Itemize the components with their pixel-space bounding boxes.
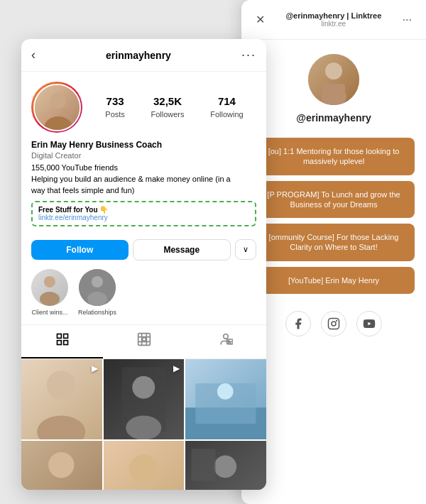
ig-tab-bar — [21, 324, 266, 359]
ig-posts-label: Posts — [105, 110, 125, 119]
svg-rect-3 — [322, 84, 345, 98]
svg-point-13 — [40, 292, 60, 306]
svg-point-1 — [325, 62, 342, 80]
ig-profile-username: erinmayhenry — [106, 50, 171, 61]
grid-tab[interactable] — [21, 325, 103, 358]
svg-point-6 — [336, 320, 337, 322]
grid-item-4[interactable]: assert yourself, how you can talk about … — [21, 441, 102, 490]
linktree-close-button[interactable]: ✕ — [253, 10, 268, 29]
ig-profile-section: 733 Posts 32,5K Followers 714 Following — [21, 72, 266, 140]
ig-bio-category: Digital Creator — [31, 151, 256, 160]
ig-followers-label: Followers — [151, 110, 184, 119]
grid-item-3[interactable] — [185, 359, 266, 440]
svg-point-5 — [332, 322, 336, 326]
ig-photo-grid: ▶ ▶ — [21, 359, 266, 490]
lt-link-1[interactable]: [ou] 1:1 Mentoring for those looking to … — [253, 138, 415, 175]
ig-following-count: 714 — [210, 95, 243, 107]
ig-message-button[interactable]: Message — [133, 239, 231, 261]
ig-followers-count: 32,5K — [151, 95, 184, 107]
grid-icon — [55, 332, 70, 350]
ig-following-stat: 714 Following — [210, 95, 243, 120]
ig-highlight-1[interactable]: Client wins... — [31, 269, 68, 316]
linktree-avatar — [308, 54, 359, 105]
linktree-header: ✕ @erinmayhenry | Linktree linktr.ee ··· — [241, 0, 426, 40]
svg-rect-47 — [192, 449, 216, 481]
ig-bio-name: Erin May Henry Business Coach — [31, 140, 256, 150]
svg-point-16 — [87, 292, 107, 306]
ig-link-label: Free Stuff for You 👇 — [38, 206, 249, 214]
ig-posts-count: 733 — [105, 95, 125, 107]
lt-link-3[interactable]: [ommunity Course] For those Lacking Clar… — [253, 224, 415, 261]
play-icon-1: ▶ — [92, 363, 98, 373]
ig-highlight-2[interactable]: Relationships — [78, 269, 116, 316]
instagram-icon[interactable] — [321, 311, 346, 336]
svg-point-33 — [126, 415, 161, 439]
ig-followers-stat: 32,5K Followers — [151, 95, 184, 120]
lt-link-2[interactable]: [P PROGRAM] To Lunch and grow the Busine… — [253, 181, 415, 219]
ig-highlight-2-label: Relationships — [78, 309, 116, 316]
ig-following-label: Following — [210, 110, 243, 119]
ig-link-url[interactable]: linktr.ee/erinmayhenry — [38, 214, 249, 221]
svg-point-39 — [48, 452, 74, 478]
svg-point-15 — [92, 276, 103, 287]
play-icon-2: ▶ — [173, 363, 180, 373]
ig-back-button[interactable]: ‹ — [31, 48, 36, 62]
svg-point-32 — [132, 376, 155, 399]
ig-follow-button[interactable]: Follow — [31, 240, 129, 260]
svg-rect-17 — [57, 334, 61, 338]
svg-point-28 — [47, 371, 76, 400]
grid-item-5[interactable]: Ask yourself: how much time do I waste o… — [104, 441, 185, 490]
svg-point-42 — [129, 455, 158, 484]
grid-item-2[interactable]: ▶ — [104, 359, 185, 440]
svg-point-22 — [142, 337, 146, 341]
linktree-links: [ou] 1:1 Mentoring for those looking to … — [241, 132, 426, 300]
svg-point-45 — [214, 456, 237, 478]
svg-rect-21 — [138, 333, 150, 345]
ig-action-row: Follow Message ∨ — [21, 239, 266, 269]
linktree-social-icons — [241, 300, 426, 348]
linktree-more-button[interactable]: ··· — [400, 11, 415, 29]
linktree-username: @erinmayhenry — [296, 112, 371, 124]
lt-link-4[interactable]: [YouTube] Erin May Henry — [253, 267, 415, 294]
ig-chevron-button[interactable]: ∨ — [235, 239, 256, 260]
linktree-header-title: @erinmayhenry | Linktree linktr.ee — [268, 11, 400, 28]
ig-avatar — [31, 82, 82, 133]
svg-point-12 — [44, 276, 55, 287]
grid-item-1[interactable]: ▶ — [21, 359, 102, 440]
linktree-handle: @erinmayhenry | Linktree — [268, 11, 400, 20]
svg-rect-4 — [329, 319, 339, 329]
ig-header: ‹ erinmayhenry ··· — [21, 39, 266, 72]
ig-link-box[interactable]: Free Stuff for You 👇 linktr.ee/erinmayhe… — [31, 201, 256, 226]
svg-point-37 — [217, 383, 234, 400]
svg-point-9 — [50, 93, 66, 109]
svg-rect-20 — [63, 340, 67, 344]
ig-highlights: Client wins... Relationships — [21, 269, 266, 324]
tagged-tab[interactable] — [185, 325, 266, 358]
linktree-panel: ✕ @erinmayhenry | Linktree linktr.ee ··· — [241, 0, 426, 504]
ig-bio-text: 155,000 YouTube friends Helping you buil… — [31, 163, 256, 197]
ig-posts-stat: 733 Posts — [105, 95, 125, 120]
ig-highlight-circle-2 — [79, 269, 116, 306]
ig-bio-section: Erin May Henry Business Coach Digital Cr… — [21, 140, 266, 239]
linktree-profile-section: @erinmayhenry — [241, 40, 426, 132]
reels-tab[interactable] — [103, 325, 185, 358]
ig-stats: 733 Posts 32,5K Followers 714 Following — [92, 95, 256, 120]
instagram-panel: ‹ erinmayhenry ··· — [21, 39, 266, 490]
reels-icon — [137, 332, 151, 350]
linktree-url: linktr.ee — [268, 20, 400, 28]
ig-highlight-circle-1 — [31, 269, 68, 306]
tagged-icon — [219, 332, 233, 350]
svg-rect-18 — [63, 334, 67, 338]
youtube-icon[interactable] — [356, 311, 382, 336]
facebook-icon[interactable] — [285, 311, 311, 336]
svg-point-23 — [223, 334, 228, 339]
grid-item-6[interactable] — [185, 441, 266, 490]
ig-highlight-1-label: Client wins... — [31, 309, 67, 316]
ig-more-button[interactable]: ··· — [241, 48, 256, 62]
svg-rect-19 — [57, 340, 61, 344]
